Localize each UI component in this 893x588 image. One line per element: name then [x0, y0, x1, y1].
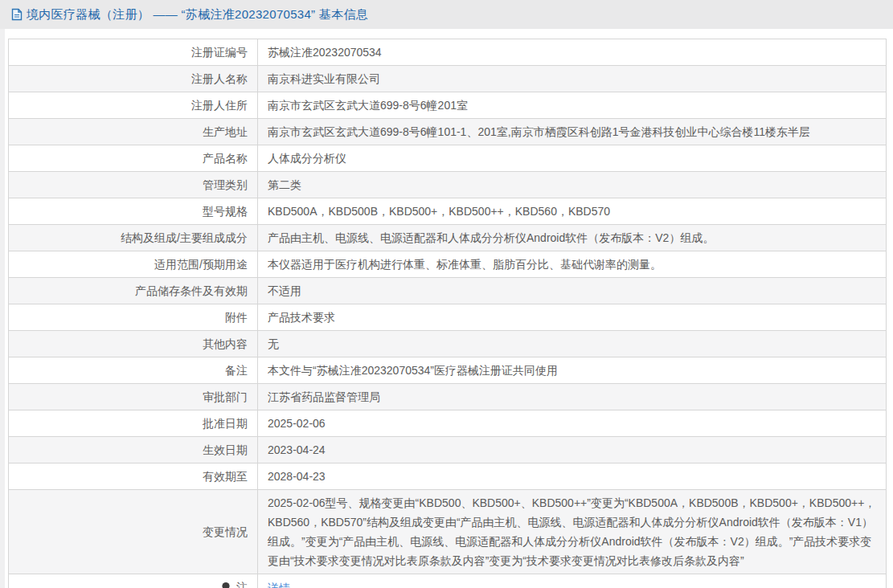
row-value: 2025-02-06	[268, 417, 326, 430]
table-row: 备注 本文件与“苏械注准20232070534”医疗器械注册证共同使用	[9, 357, 887, 384]
table-row: 变更情况 2025-02-06型号、规格变更由“KBD500、KBD500+、K…	[9, 490, 887, 574]
row-label: 产品储存条件及有效期	[135, 284, 248, 297]
row-label: 注册证编号	[191, 46, 248, 59]
row-label: 注册人住所	[191, 99, 248, 112]
row-label: 批准日期	[203, 417, 248, 430]
page-title: 境内医疗器械（注册） —— “苏械注准20232070534” 基本信息	[27, 7, 368, 22]
table-row: 产品名称 人体成分分析仪	[9, 145, 887, 172]
row-value: 本文件与“苏械注准20232070534”医疗器械注册证共同使用	[268, 364, 558, 377]
row-label: 适用范围/预期用途	[154, 258, 248, 271]
table-row: 注 详情	[9, 574, 887, 588]
row-value: 苏械注准20232070534	[268, 46, 382, 59]
row-value: 2023-04-24	[268, 443, 326, 456]
row-value: 南京市玄武区玄武大道699-8号6幢101-1、201室,南京市栖霞区科创路1号…	[268, 125, 810, 138]
registration-table-body: 注册证编号 苏械注准20232070534 注册人名称 南京科进实业有限公司	[9, 39, 887, 588]
left-gutter	[0, 29, 5, 588]
table-row: 结构及组成/主要组成成分 产品由主机、电源线、电源适配器和人体成分分析仪Andr…	[9, 225, 887, 251]
table-row: 注册人名称 南京科进实业有限公司	[9, 66, 887, 92]
row-label: 型号规格	[203, 205, 248, 218]
row-label: 生产地址	[203, 125, 248, 138]
row-label: 结构及组成/主要组成成分	[121, 231, 248, 244]
row-value: 南京科进实业有限公司	[268, 72, 380, 85]
row-value: 不适用	[268, 284, 301, 297]
row-label: 备注	[225, 364, 248, 377]
table-row: 批准日期 2025-02-06	[9, 410, 887, 437]
row-value: 南京市玄武区玄武大道699-8号6幢201室	[268, 99, 468, 112]
row-value: 产品由主机、电源线、电源适配器和人体成分分析仪Android软件（发布版本：V2…	[268, 231, 714, 244]
bulb-icon	[221, 579, 231, 588]
row-value: 产品技术要求	[268, 311, 335, 324]
row-value: 本仪器适用于医疗机构进行体重、标准体重、脂肪百分比、基础代谢率的测量。	[268, 258, 662, 271]
row-label: 注	[236, 581, 248, 588]
table-row: 型号规格 KBD500A，KBD500B，KBD500+，KBD500++，KB…	[9, 198, 887, 225]
document-icon	[11, 8, 23, 21]
row-label: 审批部门	[203, 390, 248, 403]
table-row: 管理类别 第二类	[9, 172, 887, 198]
table-row: 有效期至 2028-04-23	[9, 463, 887, 490]
table-row: 注册人住所 南京市玄武区玄武大道699-8号6幢201室	[9, 92, 887, 119]
row-value: 第二类	[268, 178, 301, 191]
row-value: KBD500A，KBD500B，KBD500+，KBD500++，KBD560，…	[268, 205, 610, 218]
table-row: 其他内容 无	[9, 331, 887, 357]
row-value: 江苏省药品监督管理局	[268, 390, 380, 403]
table-row: 注册证编号 苏械注准20232070534	[9, 39, 887, 66]
table-row: 生产地址 南京市玄武区玄武大道699-8号6幢101-1、201室,南京市栖霞区…	[9, 119, 887, 145]
detail-link[interactable]: 详情	[268, 582, 290, 588]
row-label: 有效期至	[203, 470, 248, 483]
table-row: 生效日期 2023-04-24	[9, 437, 887, 463]
table-row: 附件 产品技术要求	[9, 304, 887, 331]
page-header: 境内医疗器械（注册） —— “苏械注准20232070534” 基本信息	[0, 0, 893, 29]
row-value: 2028-04-23	[268, 470, 326, 483]
row-value: 无	[268, 337, 279, 350]
registration-info-table: 注册证编号 苏械注准20232070534 注册人名称 南京科进实业有限公司	[8, 39, 887, 588]
row-label: 管理类别	[203, 178, 248, 191]
row-label: 生效日期	[203, 443, 248, 456]
table-row: 产品储存条件及有效期 不适用	[9, 278, 887, 304]
table-row: 适用范围/预期用途 本仪器适用于医疗机构进行体重、标准体重、脂肪百分比、基础代谢…	[9, 251, 887, 278]
row-label: 产品名称	[203, 152, 248, 165]
row-label: 其他内容	[203, 337, 248, 350]
table-row: 审批部门 江苏省药品监督管理局	[9, 384, 887, 410]
row-label: 注册人名称	[191, 72, 248, 85]
row-label: 变更情况	[203, 525, 248, 538]
row-value: 2025-02-06型号、规格变更由“KBD500、KBD500+、KBD500…	[268, 496, 875, 567]
row-label: 附件	[225, 311, 248, 324]
row-value: 人体成分分析仪	[268, 152, 346, 165]
